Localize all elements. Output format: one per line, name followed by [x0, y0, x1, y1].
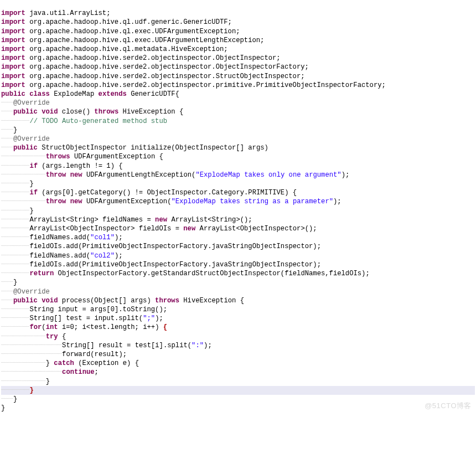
line: import org.apache.hadoop.hive.serde2.obj… [1, 54, 281, 62]
line: import java.util.ArrayList; [1, 9, 111, 17]
line: ┈┈┈┈┈┈┈┈┈┈┈try { [1, 333, 66, 341]
line: import org.apache.hadoop.hive.ql.exec.UD… [1, 28, 240, 35]
line: import org.apache.hadoop.hive.ql.udf.gen… [1, 18, 232, 26]
line: ┈┈┈┈┈┈┈String input = args[0].toString()… [1, 306, 167, 313]
line: ┈┈┈┈┈┈┈if (args.length != 1) { [1, 162, 123, 170]
line: ┈┈┈┈┈┈┈return ObjectInspectorFactory.get… [1, 270, 370, 277]
line: ┈┈┈┈┈┈┈┈┈┈┈} [1, 378, 50, 385]
line: import org.apache.hadoop.hive.serde2.obj… [1, 73, 305, 80]
line: ┈┈┈┈┈┈┈String[] test = input.split(";"); [1, 315, 163, 322]
line: ┈┈┈public StructObjectInspector initiali… [1, 144, 268, 152]
line: ┈┈┈} [1, 126, 17, 134]
line: ┈┈┈@Override [1, 288, 50, 296]
line: import org.apache.hadoop.hive.ql.metadat… [1, 45, 228, 53]
line: ┈┈┈┈┈┈┈┈┈┈┈┈┈┈┈continue; [1, 368, 99, 376]
line: ┈┈┈┈┈┈┈for(int i=0; i<test.length; i++) … [1, 323, 167, 331]
line: ┈┈┈┈┈┈┈┈┈┈┈┈┈┈┈forward(result); [1, 351, 127, 358]
line: ┈┈┈┈┈┈┈fieldOIs.add(PrimitiveObjectInspe… [1, 261, 321, 269]
line: ┈┈┈┈┈┈┈┈┈┈┈throws UDFArgumentException { [1, 153, 163, 161]
line: import org.apache.hadoop.hive.serde2.obj… [1, 63, 309, 71]
line: ┈┈┈public void close() throws HiveExcept… [1, 108, 183, 116]
line: import org.apache.hadoop.hive.serde2.obj… [1, 81, 386, 89]
line: ┈┈┈┈┈┈┈┈┈┈┈} catch (Exception e) { [1, 359, 139, 367]
line: } [1, 404, 5, 412]
line: ┈┈┈┈┈┈┈┈┈┈┈throw new UDFArgumentExceptio… [1, 198, 342, 205]
line: ┈┈┈@Override [1, 135, 50, 143]
line: ┈┈┈@Override [1, 99, 50, 107]
line: ┈┈┈┈┈┈┈fieldNames.add("col2"); [1, 252, 123, 260]
watermark: @51CTO博客 [425, 401, 472, 410]
line: ┈┈┈} [1, 279, 17, 286]
line: ┈┈┈┈┈┈┈} [1, 207, 34, 215]
line: ┈┈┈┈┈┈┈ArrayList<ObjectInspector> fieldO… [1, 225, 317, 233]
line: ┈┈┈┈┈┈┈┈┈┈┈throw new UDFArgumentLengthEx… [1, 171, 349, 179]
line: ┈┈┈} [1, 395, 17, 403]
line: ┈┈┈┈┈┈┈fieldOIs.add(PrimitiveObjectInspe… [1, 243, 321, 250]
line: ┈┈┈┈┈┈┈// TODO Auto-generated method stu… [1, 117, 167, 125]
highlighted-line: ┈┈┈┈┈┈┈} [1, 386, 475, 395]
code-block: import java.util.ArrayList; import org.a… [0, 0, 476, 413]
line: ┈┈┈┈┈┈┈┈┈┈┈┈┈┈┈String[] result = test[i]… [1, 342, 212, 349]
line: ┈┈┈┈┈┈┈} [1, 180, 34, 188]
line: ┈┈┈┈┈┈┈ArrayList<String> fieldNames = ne… [1, 216, 252, 224]
line: ┈┈┈public void process(Object[] args) th… [1, 297, 244, 305]
line: public class ExplodeMap extends GenericU… [1, 90, 179, 98]
line: import org.apache.hadoop.hive.ql.exec.UD… [1, 37, 264, 44]
line: ┈┈┈┈┈┈┈fieldNames.add("col1"); [1, 234, 123, 241]
line: ┈┈┈┈┈┈┈if (args[0].getCategory() != Obje… [1, 189, 297, 197]
